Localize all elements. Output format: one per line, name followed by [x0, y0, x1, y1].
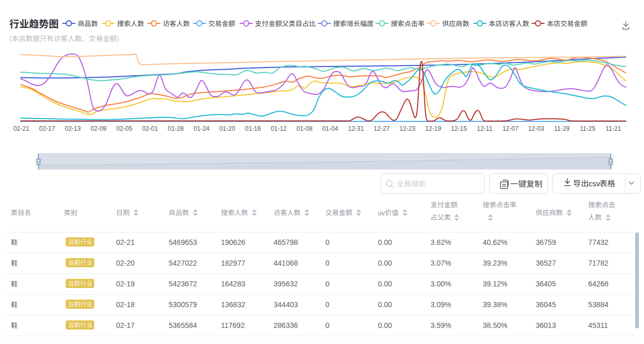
svg-text:136832: 136832 [221, 300, 246, 309]
svg-text:39.38%: 39.38% [483, 300, 507, 309]
svg-text:164283: 164283 [221, 280, 246, 288]
svg-text:117692: 117692 [221, 321, 245, 329]
svg-text:12-03: 12-03 [528, 125, 544, 132]
svg-text:441068: 441068 [274, 259, 298, 267]
svg-text:0.00: 0.00 [378, 259, 392, 267]
svg-text:465798: 465798 [274, 238, 298, 246]
svg-text:12-23: 12-23 [399, 125, 415, 132]
svg-text:02-13: 02-13 [65, 125, 81, 132]
svg-text:395632: 395632 [274, 280, 298, 288]
svg-text:36405: 36405 [536, 280, 556, 288]
svg-text:39.23%: 39.23% [483, 259, 507, 267]
svg-text:36759: 36759 [536, 238, 556, 246]
svg-text:01-08: 01-08 [297, 125, 313, 132]
svg-text:12-15: 12-15 [451, 125, 467, 132]
svg-text:uv: uv [378, 209, 385, 217]
svg-text:45311: 45311 [588, 321, 608, 329]
svg-text:01-28: 01-28 [168, 125, 184, 132]
svg-text:36045: 36045 [536, 300, 556, 309]
svg-text:0: 0 [326, 300, 330, 309]
svg-text:64268: 64268 [588, 280, 609, 288]
svg-text:01-12: 01-12 [271, 125, 287, 132]
svg-text:3.00%: 3.00% [431, 280, 451, 288]
svg-text:0: 0 [326, 280, 330, 288]
svg-text:0: 0 [326, 259, 330, 267]
svg-text:3.09%: 3.09% [431, 300, 451, 309]
svg-text:02-19: 02-19 [116, 280, 135, 288]
svg-text:39.12%: 39.12% [483, 280, 507, 288]
svg-text:02-17: 02-17 [39, 125, 55, 132]
svg-text:5423672: 5423672 [169, 280, 197, 288]
svg-text:5427022: 5427022 [169, 259, 197, 267]
svg-text:11-29: 11-29 [554, 125, 570, 132]
svg-text:02-09: 02-09 [90, 125, 106, 132]
svg-text:0.00: 0.00 [378, 321, 392, 329]
svg-text:11-21: 11-21 [606, 125, 621, 132]
svg-text:0: 0 [326, 238, 330, 246]
svg-text:71782: 71782 [588, 259, 609, 267]
svg-text:02-17: 02-17 [116, 321, 135, 329]
svg-text:0.00: 0.00 [378, 280, 392, 288]
svg-text:02-01: 02-01 [142, 125, 158, 132]
svg-text:12-07: 12-07 [502, 125, 518, 132]
svg-text:0.00: 0.00 [378, 300, 392, 309]
svg-text:01-16: 01-16 [245, 125, 261, 132]
svg-text:01-04: 01-04 [322, 125, 338, 132]
svg-text:5300579: 5300579 [169, 300, 197, 309]
svg-text:01-24: 01-24 [194, 125, 210, 132]
svg-text:02-21: 02-21 [14, 125, 30, 132]
svg-text:344403: 344403 [274, 300, 298, 309]
svg-text:286336: 286336 [274, 321, 298, 329]
svg-text:40.62%: 40.62% [483, 238, 507, 246]
svg-text:11-25: 11-25 [580, 125, 596, 132]
svg-text:5365584: 5365584 [169, 321, 197, 329]
svg-text:38.50%: 38.50% [483, 321, 507, 329]
svg-text:36527: 36527 [536, 259, 556, 267]
svg-text:53884: 53884 [588, 300, 609, 309]
svg-text:02-21: 02-21 [116, 238, 135, 246]
svg-text:3.62%: 3.62% [431, 238, 451, 246]
svg-text:36013: 36013 [536, 321, 556, 329]
svg-text:190626: 190626 [221, 238, 246, 246]
svg-text:csv: csv [588, 179, 600, 188]
svg-text:12-19: 12-19 [425, 125, 441, 132]
svg-text:77432: 77432 [588, 238, 609, 246]
svg-text:02-20: 02-20 [116, 259, 135, 267]
svg-text:02-18: 02-18 [116, 300, 135, 309]
svg-text:3.07%: 3.07% [431, 259, 451, 267]
svg-text:12-27: 12-27 [374, 125, 390, 132]
svg-text:02-05: 02-05 [116, 125, 132, 132]
svg-text:3.59%: 3.59% [431, 321, 451, 329]
svg-text:12-11: 12-11 [477, 125, 492, 132]
svg-text:12-31: 12-31 [348, 125, 364, 132]
svg-text:5469653: 5469653 [169, 238, 197, 246]
svg-text:182977: 182977 [221, 259, 246, 267]
svg-text:0.00: 0.00 [378, 238, 392, 246]
svg-text:01-20: 01-20 [219, 125, 235, 132]
svg-text:0: 0 [326, 321, 330, 329]
